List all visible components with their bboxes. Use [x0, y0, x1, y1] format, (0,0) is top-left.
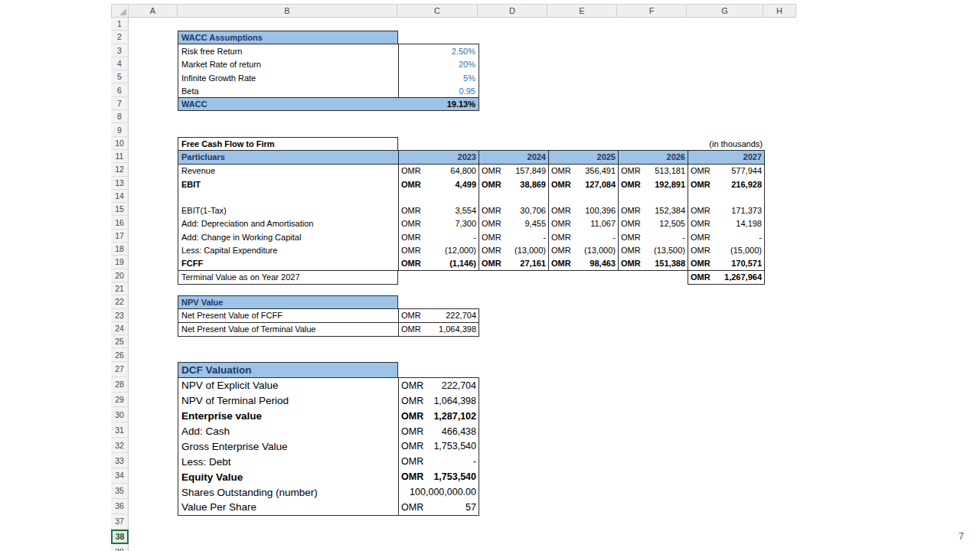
fcff-year-header-cell[interactable]: 2024 — [479, 151, 548, 164]
fcff-data-cell[interactable] — [398, 191, 479, 204]
wacc-value-cell[interactable]: 5% — [398, 71, 479, 84]
row-header-10[interactable]: 10 — [111, 137, 129, 150]
select-all-corner[interactable] — [111, 4, 129, 18]
row-header-9[interactable]: 9 — [111, 123, 129, 136]
column-header-A[interactable]: A — [129, 4, 178, 18]
fcff-data-cell[interactable] — [479, 191, 548, 204]
dcf-value-cell[interactable]: 100,000,000.00 — [398, 484, 479, 500]
row-header-29[interactable]: 29 — [111, 393, 129, 408]
fcff-year-header-cell[interactable]: 2025 — [548, 151, 618, 164]
fcff-header-label-cell[interactable]: Particluars — [178, 151, 398, 164]
wacc-label-cell[interactable]: Risk free Return — [178, 44, 398, 57]
row-header-4[interactable]: 4 — [111, 57, 129, 70]
npv-label-cell[interactable]: Net Present Value of FCFF — [178, 309, 398, 322]
wacc-title-cell[interactable]: WACC Assumptions — [178, 31, 398, 44]
fcff-data-cell[interactable]: OMR64,800 — [398, 165, 479, 178]
fcff-data-cell[interactable]: OMR- — [398, 230, 479, 243]
row-header-25[interactable]: 25 — [111, 335, 129, 348]
dcf-value-cell[interactable]: OMR222,704 — [398, 378, 479, 393]
npv-label-cell[interactable]: Net Present Value of Terminal Value — [178, 323, 398, 336]
column-header-D[interactable]: D — [478, 4, 547, 18]
fcff-data-cell[interactable]: OMR9,455 — [479, 217, 548, 230]
dcf-label-cell[interactable]: Gross Enterprise Value — [178, 439, 398, 454]
dcf-label-cell[interactable]: NPV of Terminal Period — [178, 393, 398, 409]
fcff-data-cell[interactable]: OMR(13,000) — [548, 243, 618, 256]
dcf-label-cell[interactable]: NPV of Explicit Value — [178, 378, 398, 393]
fcff-data-cell[interactable]: OMR27,161 — [479, 257, 548, 270]
npv-value-cell[interactable]: OMR222,704 — [398, 309, 479, 322]
row-header-13[interactable]: 13 — [111, 177, 129, 190]
terminal-value-cell[interactable]: OMR 1,267,964 — [688, 271, 765, 285]
row-header-5[interactable]: 5 — [111, 70, 129, 83]
dcf-label-cell[interactable]: Enterprise value — [178, 409, 398, 424]
fcff-data-cell[interactable]: OMR171,373 — [688, 204, 764, 217]
dcf-value-cell[interactable]: OMR- — [398, 454, 479, 469]
units-note-cell[interactable]: (in thousands) — [398, 137, 765, 150]
row-header-1[interactable]: 1 — [111, 18, 129, 31]
row-header-16[interactable]: 16 — [111, 216, 129, 229]
fcff-data-cell[interactable]: OMR11,067 — [548, 217, 618, 230]
row-header-8[interactable]: 8 — [111, 110, 129, 123]
row-header-22[interactable]: 22 — [111, 295, 129, 308]
fcff-data-cell[interactable] — [688, 191, 764, 204]
fcff-data-cell[interactable]: OMR192,891 — [618, 178, 688, 191]
column-header-H[interactable]: H — [763, 4, 796, 18]
fcff-data-cell[interactable]: OMR356,491 — [548, 165, 618, 178]
fcff-data-cell[interactable]: OMR(1,146) — [398, 257, 479, 270]
fcff-data-cell[interactable]: OMR12,505 — [618, 217, 688, 230]
row-header-31[interactable]: 31 — [111, 422, 129, 438]
fcff-data-cell[interactable]: OMR- — [618, 230, 688, 243]
wacc-label-cell[interactable]: Beta — [178, 84, 398, 97]
dcf-label-cell[interactable]: Shares Outstanding (number) — [178, 484, 398, 500]
wacc-label-cell[interactable]: Market Rate of return — [178, 58, 398, 71]
row-header-33[interactable]: 33 — [111, 453, 129, 468]
fcff-data-cell[interactable]: OMR152,384 — [618, 204, 688, 217]
row-header-35[interactable]: 35 — [111, 484, 129, 499]
fcff-data-cell[interactable]: OMR7,300 — [398, 217, 479, 230]
fcff-title-cell[interactable]: Free Cash Flow to Firm — [178, 137, 398, 150]
wacc-value-cell[interactable]: 20% — [398, 58, 479, 71]
column-header-E[interactable]: E — [547, 4, 617, 18]
fcff-year-header-cell[interactable]: 2026 — [618, 151, 688, 164]
row-header-32[interactable]: 32 — [111, 438, 129, 453]
dcf-label-cell[interactable]: Add: Cash — [178, 424, 398, 439]
fcff-data-cell[interactable]: OMR513,181 — [618, 165, 688, 178]
column-header-B[interactable]: B — [178, 4, 397, 18]
fcff-label-cell[interactable]: EBIT(1-Tax) — [178, 204, 398, 217]
fcff-label-cell[interactable] — [178, 191, 398, 204]
fcff-data-cell[interactable] — [548, 191, 618, 204]
fcff-label-cell[interactable]: Less: Capital Expenditure — [178, 243, 398, 256]
row-header-39[interactable]: 39 — [111, 544, 129, 551]
fcff-data-cell[interactable]: OMR3,554 — [398, 204, 479, 217]
wacc-label-cell[interactable]: Infinite Growth Rate — [178, 71, 398, 84]
fcff-label-cell[interactable]: EBIT — [178, 178, 398, 191]
fcff-data-cell[interactable]: OMR127,084 — [548, 178, 618, 191]
fcff-label-cell[interactable]: Add: Depreciation and Amortisation — [178, 217, 398, 230]
fcff-data-cell[interactable]: OMR14,198 — [688, 217, 764, 230]
fcff-data-cell[interactable]: OMR38,869 — [479, 178, 548, 191]
fcff-data-cell[interactable]: OMR98,463 — [548, 257, 618, 270]
row-header-34[interactable]: 34 — [111, 468, 129, 484]
row-header-20[interactable]: 20 — [111, 269, 129, 282]
row-header-26[interactable]: 26 — [111, 348, 129, 361]
fcff-year-header-cell[interactable]: 2023 — [398, 151, 479, 164]
fcff-data-cell[interactable] — [618, 191, 688, 204]
row-header-7[interactable]: 7 — [111, 97, 129, 110]
row-header-28[interactable]: 28 — [111, 377, 129, 393]
wacc-value-cell[interactable]: 0.95 — [398, 84, 479, 97]
column-header-F[interactable]: F — [617, 4, 687, 18]
row-header-12[interactable]: 12 — [111, 163, 129, 176]
dcf-title-cell[interactable]: DCF Valuation — [178, 362, 398, 377]
terminal-label-cell[interactable]: Terminal Value as on Year 2027 — [178, 271, 398, 285]
fcff-data-cell[interactable]: OMR4,499 — [398, 178, 479, 191]
dcf-value-cell[interactable]: OMR1,287,102 — [398, 409, 479, 424]
fcff-data-cell[interactable]: OMR- — [688, 230, 764, 243]
wacc-value-cell[interactable]: 2.50% — [398, 44, 479, 57]
npv-value-cell[interactable]: OMR1,064,398 — [398, 323, 479, 336]
row-header-38[interactable]: 38 — [111, 530, 129, 545]
row-header-17[interactable]: 17 — [111, 230, 129, 243]
fcff-data-cell[interactable]: OMR216,928 — [688, 178, 764, 191]
row-header-30[interactable]: 30 — [111, 407, 129, 422]
dcf-value-cell[interactable]: OMR466,438 — [398, 424, 479, 439]
row-header-24[interactable]: 24 — [111, 322, 129, 335]
